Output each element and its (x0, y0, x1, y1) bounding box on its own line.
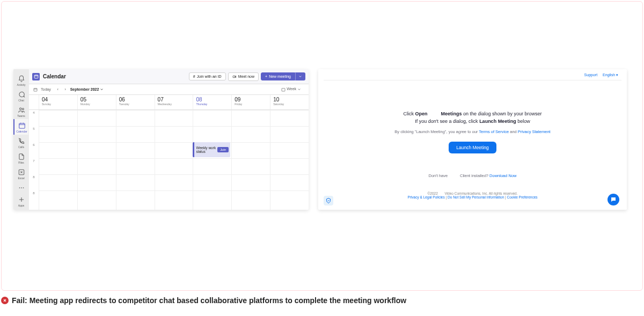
day-header: 10Saturday (270, 95, 309, 109)
rail-chat[interactable]: Chat (14, 88, 29, 104)
rail-apps[interactable]: Apps (14, 193, 29, 209)
chevron-down-icon (100, 87, 104, 91)
hour-label: 8 (29, 192, 39, 195)
hour-label: 5 (29, 127, 39, 130)
launch-meeting-button[interactable]: Launch Meeting (449, 142, 496, 153)
download-link[interactable]: Download Now (489, 173, 516, 178)
next-week-button[interactable]: › (62, 87, 69, 91)
footer-link[interactable]: Privacy & Legal Policies (407, 195, 444, 199)
day-header: 04Sunday (39, 95, 77, 109)
day-header: 07Wednesday (155, 95, 193, 109)
caption-text: Fail: Meeting app redirects to competito… (12, 296, 406, 305)
svg-rect-9 (34, 75, 38, 78)
day-headers: 04Sunday 05Monday 06Tuesday 07Wednesday … (29, 95, 309, 110)
rail-activity[interactable]: Activity (14, 72, 29, 88)
footer-link[interactable]: Cookie Preferences (507, 195, 538, 199)
svg-rect-12 (282, 88, 285, 91)
hash-icon: # (193, 75, 195, 78)
svg-point-6 (23, 187, 24, 188)
hour-label: 6 (29, 143, 39, 146)
chevron-down-icon (298, 75, 302, 78)
teams-calendar-screenshot: Activity Chat Teams Calendar Calls (13, 69, 309, 210)
event-join-button[interactable]: Join (217, 147, 229, 152)
svg-point-4 (19, 187, 20, 188)
rail-calendar[interactable]: Calendar (13, 119, 28, 135)
calendar-toolbar: Today ‹ › September 2022 Week (29, 84, 309, 95)
rail-calls[interactable]: Calls (14, 135, 29, 150)
calendar-app-icon (32, 73, 40, 80)
chat-bubble-icon (610, 196, 617, 203)
calendar-event[interactable]: Weekly work status Join (193, 142, 230, 157)
privacy-link[interactable]: Privacy Statement (518, 129, 551, 134)
svg-point-1 (22, 108, 24, 110)
view-selector[interactable]: Week (278, 86, 304, 92)
day-header: 06Tuesday (116, 95, 155, 109)
hour-label: 8 (29, 175, 39, 179)
calendar-small-icon (33, 87, 38, 92)
shield-button[interactable] (324, 196, 333, 205)
divider (324, 80, 621, 80)
terms-link[interactable]: Terms of Service (479, 129, 509, 134)
people-icon (18, 106, 25, 114)
download-prompt: Don't have Client installed? Download No… (318, 173, 627, 178)
prev-week-button[interactable]: ‹ (54, 87, 62, 91)
day-header: 09Friday (231, 95, 270, 109)
app-rail: Activity Chat Teams Calendar Calls (13, 69, 29, 210)
meeting-launch-screenshot: Support English ▾ Click Open Meetings on… (318, 69, 627, 210)
top-links: Support English ▾ (580, 73, 618, 77)
app-icon (18, 168, 25, 176)
error-icon (1, 297, 9, 304)
calendar-icon (18, 122, 26, 129)
svg-point-0 (19, 108, 21, 110)
video-icon (232, 75, 237, 79)
month-label[interactable]: September 2022 (70, 87, 104, 92)
calendar-grid[interactable]: 4 5 6 7 8 8 Weekly work status Join (29, 110, 309, 210)
join-with-id-button[interactable]: # Join with an ID (189, 72, 226, 80)
support-link[interactable]: Support (584, 73, 598, 77)
svg-rect-11 (34, 88, 37, 91)
rail-excel[interactable]: Excel (14, 166, 29, 181)
meet-now-button[interactable]: Meet now (228, 72, 259, 81)
footer: ©2022 Video Communications, Inc. All rig… (318, 192, 627, 199)
svg-rect-10 (233, 76, 235, 77)
calendar-small-icon (281, 87, 286, 92)
page-title: Calendar (43, 74, 187, 79)
calendar-header: Calendar # Join with an ID Meet now + Ne… (29, 69, 309, 84)
chat-bubble-button[interactable] (608, 194, 619, 205)
rail-more[interactable] (14, 181, 29, 193)
fail-caption: Fail: Meeting app redirects to competito… (1, 296, 644, 305)
language-dropdown[interactable]: English ▾ (603, 73, 618, 77)
svg-point-5 (21, 187, 22, 188)
file-icon (18, 153, 25, 160)
chevron-down-icon (297, 87, 301, 91)
event-title: Weekly work status (196, 146, 217, 153)
bell-icon (18, 75, 25, 83)
rail-files[interactable]: Files (14, 150, 29, 166)
new-meeting-dropdown[interactable] (295, 72, 305, 80)
caret-down-icon: ▾ (616, 73, 618, 77)
hour-label: 4 (29, 111, 39, 114)
footer-link[interactable]: Do Not Sell My Personal Information (448, 195, 504, 199)
svg-rect-2 (19, 123, 25, 128)
day-header: 05Monday (77, 95, 116, 109)
rail-help[interactable]: Help (14, 209, 29, 210)
rail-teams[interactable]: Teams (14, 104, 29, 119)
hour-label: 7 (29, 159, 39, 163)
phone-icon (18, 137, 25, 145)
day-header-today: 08Thursday (193, 95, 231, 109)
ellipsis-icon (18, 184, 25, 192)
new-meeting-button[interactable]: + New meeting (261, 72, 295, 80)
launch-instructions: Click Open Meetings on the dialog shown … (318, 111, 627, 153)
today-button[interactable]: Today (38, 86, 54, 92)
shield-icon (325, 197, 332, 204)
chat-icon (18, 91, 25, 98)
plus-icon: + (265, 75, 267, 78)
plus-icon (18, 196, 25, 203)
